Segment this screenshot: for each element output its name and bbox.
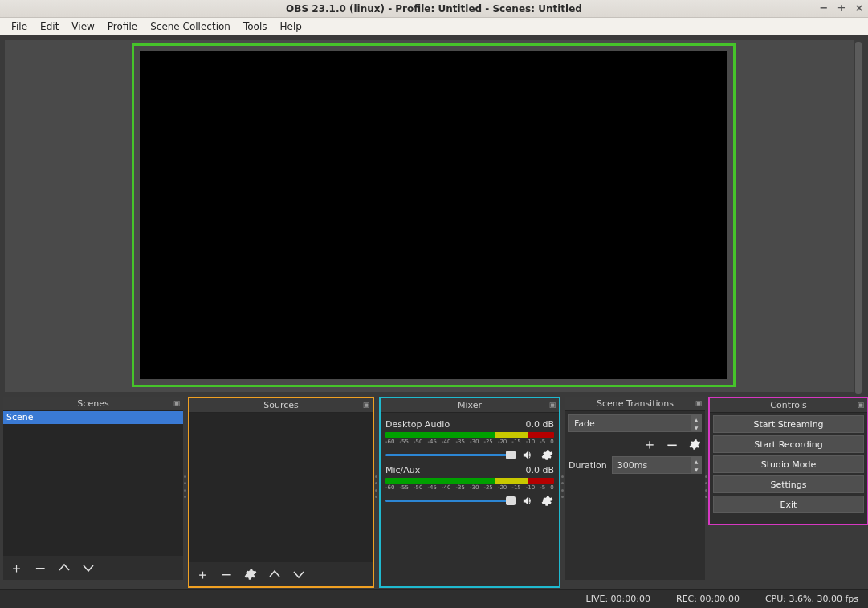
channel-volume-slider[interactable] (385, 454, 516, 456)
scenes-list[interactable]: Scene (3, 411, 183, 556)
sources-panel: Sources ▣ ＋ − (188, 397, 374, 588)
menu-help[interactable]: Help (274, 19, 308, 34)
transition-duration-input[interactable]: 300ms ▲▼ (612, 456, 702, 474)
preview-canvas[interactable] (140, 51, 727, 379)
menu-scene-collection[interactable]: Scene Collection (144, 19, 237, 34)
menu-profile[interactable]: Profile (101, 19, 144, 34)
controls-popout-icon[interactable]: ▣ (856, 400, 866, 410)
menu-file[interactable]: File (5, 19, 34, 34)
studio-mode-button[interactable]: Studio Mode (713, 455, 864, 473)
settings-button[interactable]: Settings (713, 475, 864, 493)
preview-scrollbar[interactable] (854, 40, 863, 392)
menu-tools[interactable]: Tools (237, 19, 274, 34)
channel-volume-slider[interactable] (385, 500, 516, 502)
scenes-title-label: Scenes (77, 398, 108, 409)
transitions-panel: Scene Transitions ▣ Fade ▲▼ ＋ − Duration (565, 397, 705, 580)
duration-label: Duration (568, 460, 607, 471)
sources-properties-button[interactable] (244, 568, 257, 581)
window-minimize-button[interactable]: − (818, 2, 829, 13)
window-close-button[interactable]: × (854, 2, 865, 13)
scenes-remove-button[interactable]: − (34, 561, 47, 574)
splitter-3[interactable] (561, 475, 564, 498)
transition-add-button[interactable]: ＋ (642, 437, 657, 451)
scenes-popout-icon[interactable]: ▣ (172, 398, 181, 408)
scenes-panel-title: Scenes ▣ (3, 397, 183, 411)
scene-row[interactable]: Scene (3, 411, 183, 424)
sources-remove-button[interactable]: − (220, 568, 233, 581)
channel-name: Desktop Audio (385, 419, 450, 430)
mixer-channel: Mic/Aux 0.0 dB -60-55-50-45-40-35-30-25-… (385, 465, 554, 508)
channel-name: Mic/Aux (385, 465, 420, 475)
preview-area (5, 40, 863, 392)
scenes-add-button[interactable]: ＋ (10, 561, 22, 574)
transitions-panel-title: Scene Transitions ▣ (565, 397, 705, 411)
start-streaming-button[interactable]: Start Streaming (713, 415, 864, 433)
menu-view[interactable]: View (65, 19, 100, 34)
scenes-move-up-button[interactable] (58, 561, 71, 574)
transitions-title-label: Scene Transitions (597, 398, 674, 409)
sources-add-button[interactable]: ＋ (196, 568, 209, 581)
scenes-panel: Scenes ▣ Scene ＋ − (3, 397, 183, 580)
channel-mute-button[interactable] (520, 447, 535, 462)
window-title: OBS 23.1.0 (linux) - Profile: Untitled -… (286, 3, 582, 14)
start-recording-button[interactable]: Start Recording (713, 435, 864, 453)
panels-row: Scenes ▣ Scene ＋ − Sources ▣ (3, 397, 868, 589)
duration-value: 300ms (617, 460, 647, 471)
channel-level: 0.0 dB (525, 419, 554, 430)
controls-panel-title: Controls ▣ (710, 398, 867, 413)
sources-move-up-button[interactable] (268, 568, 281, 581)
sources-move-down-button[interactable] (292, 568, 305, 581)
mixer-title-label: Mixer (458, 400, 482, 410)
sources-popout-icon[interactable]: ▣ (361, 400, 371, 410)
mixer-panel: Mixer ▣ Desktop Audio 0.0 dB -60-55-50-4… (379, 397, 560, 588)
mixer-channel: Desktop Audio 0.0 dB -60-55-50-45-40-35-… (385, 419, 554, 462)
meter-ticks: -60-55-50-45-40-35-30-25-20-15-10-50 (385, 484, 554, 491)
splitter-1[interactable] (184, 475, 187, 498)
channel-settings-button[interactable] (540, 493, 554, 508)
transition-type-select[interactable]: Fade ▲▼ (568, 414, 702, 432)
mixer-panel-title: Mixer ▣ (381, 398, 559, 413)
window-maximize-button[interactable]: + (836, 2, 847, 13)
channel-mute-button[interactable] (520, 493, 535, 508)
transition-type-value: Fade (574, 418, 595, 429)
menu-edit[interactable]: Edit (34, 19, 65, 34)
transition-settings-button[interactable] (687, 437, 702, 451)
sources-panel-title: Sources ▣ (189, 398, 373, 413)
status-bar: LIVE: 00:00:00 REC: 00:00:00 CPU: 3.6%, … (0, 589, 868, 608)
mixer-body: Desktop Audio 0.0 dB -60-55-50-45-40-35-… (381, 413, 559, 586)
sources-toolbar: ＋ − (189, 562, 373, 586)
controls-title-label: Controls (770, 400, 807, 410)
window-titlebar: OBS 23.1.0 (linux) - Profile: Untitled -… (0, 0, 868, 18)
sources-list[interactable] (189, 413, 373, 562)
channel-level: 0.0 dB (525, 465, 554, 475)
exit-button[interactable]: Exit (713, 496, 864, 513)
transition-remove-button[interactable]: − (665, 437, 679, 451)
channel-meter (385, 432, 554, 438)
scenes-toolbar: ＋ − (3, 556, 183, 580)
channel-meter (385, 478, 554, 484)
mixer-popout-icon[interactable]: ▣ (548, 400, 557, 410)
preview-selection[interactable] (132, 43, 736, 387)
status-live: LIVE: 00:00:00 (586, 594, 650, 604)
controls-panel: Controls ▣ Start Streaming Start Recordi… (708, 397, 868, 525)
transitions-popout-icon[interactable]: ▣ (694, 398, 703, 408)
status-cpu: CPU: 3.6%, 30.00 fps (765, 594, 858, 604)
sources-title-label: Sources (263, 400, 299, 410)
menubar: File Edit View Profile Scene Collection … (0, 18, 868, 35)
status-rec: REC: 00:00:00 (676, 594, 740, 604)
meter-ticks: -60-55-50-45-40-35-30-25-20-15-10-50 (385, 439, 554, 445)
scenes-move-down-button[interactable] (82, 561, 95, 574)
channel-settings-button[interactable] (540, 447, 554, 462)
workspace: Scenes ▣ Scene ＋ − Sources ▣ (0, 35, 868, 589)
splitter-2[interactable] (375, 475, 378, 498)
